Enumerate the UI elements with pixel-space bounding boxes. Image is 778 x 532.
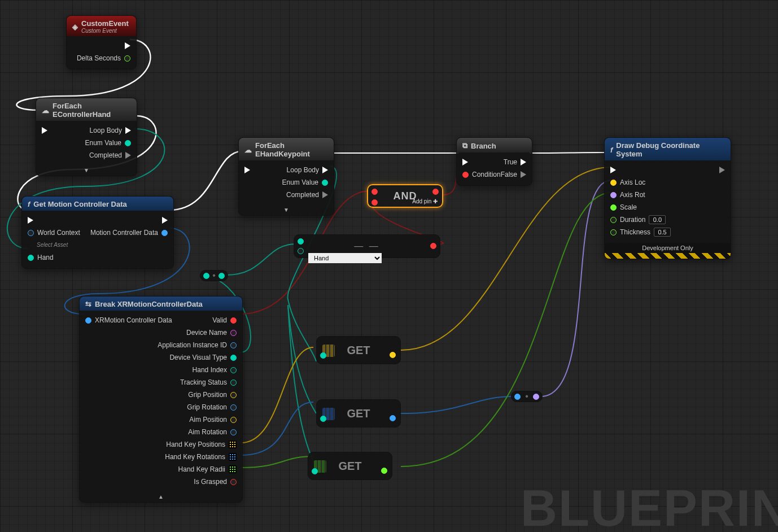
- pin-and-in-a[interactable]: [371, 189, 378, 195]
- node-custom-event[interactable]: ◈ CustomEvent Custom Event Delta Seconds: [66, 15, 137, 69]
- pin-hand[interactable]: [28, 255, 34, 261]
- pin-hand-index[interactable]: [230, 367, 237, 373]
- reroute-out[interactable]: [218, 273, 225, 279]
- node-array-get-radii[interactable]: GET: [308, 452, 392, 480]
- node-branch[interactable]: ⧉ Branch True ConditionFalse: [456, 137, 532, 186]
- exec-in-icon[interactable]: [610, 167, 616, 173]
- exec-out-icon[interactable]: [521, 171, 526, 178]
- pin-is-grasped[interactable]: [230, 479, 237, 485]
- pin-visual-type[interactable]: [230, 355, 237, 361]
- pin-grip-pos[interactable]: [230, 392, 237, 398]
- node-break-xrmotioncontrollerdata[interactable]: ⇆ Break XRMotionControllerData XRMotion …: [79, 296, 243, 503]
- pin-hand-key-rotations[interactable]: [229, 453, 237, 461]
- reroute-out[interactable]: [533, 394, 539, 400]
- function-icon: f: [28, 200, 30, 208]
- exec-out-icon[interactable]: [719, 167, 725, 173]
- node-header: ⧉ Branch: [457, 138, 532, 152]
- pin-device-name[interactable]: [230, 330, 237, 336]
- exec-in-icon[interactable]: [42, 127, 47, 134]
- pin-index-in[interactable]: [320, 352, 326, 359]
- pin-xr-data-in[interactable]: [85, 317, 91, 324]
- pin-label: Axis Rot: [620, 191, 645, 199]
- pin-equal-b[interactable]: [298, 248, 304, 254]
- pin-label: Scale: [620, 203, 637, 211]
- pin-label: Tracking Status: [180, 378, 227, 386]
- node-title: Break XRMotionControllerData: [95, 300, 203, 308]
- macro-icon: ☁: [42, 106, 49, 115]
- reroute-in[interactable]: [203, 273, 209, 279]
- pin-motion-controller-data[interactable]: [161, 230, 168, 236]
- pin-label: Hand Index: [193, 366, 227, 374]
- pin-label: Aim Rotation: [188, 428, 227, 436]
- exec-out-icon[interactable]: [125, 42, 130, 49]
- node-draw-debug-coordinate-system[interactable]: f Draw Debug Coordinate System Axis Loc …: [604, 137, 731, 259]
- pin-get-out[interactable]: [390, 352, 396, 358]
- pin-label: Grip Position: [188, 391, 227, 399]
- chevron-down-icon[interactable]: ▼: [239, 206, 334, 215]
- pin-aim-rot[interactable]: [230, 429, 237, 435]
- pin-label: Enum Value: [85, 139, 121, 147]
- pin-index-in[interactable]: [320, 416, 326, 422]
- exec-out-icon[interactable]: [322, 167, 328, 173]
- pin-scale[interactable]: [610, 204, 617, 211]
- enum-select-hand[interactable]: Hand: [308, 253, 382, 263]
- node-get-motion-controller-data[interactable]: f Get Motion Controller Data World Conte…: [21, 196, 174, 269]
- pin-get-out[interactable]: [381, 468, 387, 474]
- pin-equal-out[interactable]: [430, 243, 436, 249]
- reroute-node-rot[interactable]: •: [511, 391, 543, 402]
- pin-enum-value[interactable]: [322, 180, 328, 186]
- exec-out-icon[interactable]: [125, 152, 131, 159]
- exec-out-icon[interactable]: [521, 159, 526, 165]
- node-foreach-handkeypoint[interactable]: ☁ ForEach EHandKeypoint Loop Body Enum V…: [238, 137, 334, 216]
- function-icon: f: [610, 146, 613, 154]
- pin-aim-pos[interactable]: [230, 417, 237, 423]
- pin-and-out[interactable]: [432, 189, 439, 195]
- pin-axis-loc[interactable]: [610, 180, 617, 186]
- thickness-input[interactable]: [654, 228, 671, 237]
- equals-icon: — —: [354, 241, 379, 251]
- node-foreach-controllerhand[interactable]: ☁ ForEach EControllerHand Loop Body Enum…: [36, 98, 137, 176]
- pin-condition[interactable]: [462, 172, 469, 178]
- duration-input[interactable]: [649, 215, 666, 224]
- pin-and-in-b[interactable]: [371, 199, 378, 206]
- pin-label: World Context: [37, 229, 80, 237]
- pin-delta-seconds[interactable]: [124, 55, 130, 62]
- pin-hand-key-radii[interactable]: [229, 465, 237, 473]
- exec-in-icon[interactable]: [462, 159, 468, 165]
- asset-hint[interactable]: Select Asset: [37, 242, 68, 248]
- exec-out-icon[interactable]: [322, 191, 328, 198]
- pin-label: Hand Key Rotations: [165, 453, 225, 461]
- reroute-node-teal[interactable]: •: [200, 270, 228, 281]
- pin-hand-key-positions[interactable]: [229, 441, 237, 448]
- pin-valid[interactable]: [230, 317, 237, 324]
- pin-label: Loop Body: [90, 127, 122, 134]
- pin-tracking-status[interactable]: [230, 380, 237, 386]
- chevron-up-icon[interactable]: ▲: [80, 492, 242, 502]
- pin-label: True: [504, 158, 517, 166]
- pin-label: Axis Loc: [620, 178, 645, 186]
- exec-out-icon[interactable]: [125, 127, 131, 134]
- chevron-down-icon[interactable]: ▼: [36, 166, 137, 176]
- pin-duration[interactable]: [610, 217, 617, 223]
- pin-label: Condition: [472, 171, 501, 178]
- node-array-get-rotations[interactable]: GET: [316, 399, 401, 428]
- pin-get-out[interactable]: [390, 415, 396, 421]
- node-title: GET: [347, 344, 370, 357]
- node-array-get-positions[interactable]: GET: [316, 336, 401, 364]
- pin-index-in[interactable]: [312, 468, 318, 474]
- pin-enum-value[interactable]: [125, 140, 131, 146]
- node-and[interactable]: AND Add pin ✚: [367, 184, 443, 208]
- pin-grip-rot[interactable]: [230, 404, 237, 411]
- exec-out-icon[interactable]: [162, 217, 168, 224]
- pin-thickness[interactable]: [610, 229, 617, 236]
- exec-in-icon[interactable]: [28, 217, 33, 224]
- pin-world-context[interactable]: [28, 230, 34, 236]
- reroute-in[interactable]: [514, 394, 521, 400]
- hazard-stripe-icon: [605, 253, 731, 259]
- add-pin-button[interactable]: Add pin ✚: [412, 198, 438, 204]
- pin-app-id[interactable]: [230, 342, 237, 348]
- node-title: Get Motion Controller Data: [33, 200, 126, 208]
- pin-axis-rot[interactable]: [610, 192, 617, 198]
- exec-in-icon[interactable]: [244, 167, 250, 173]
- pin-equal-a[interactable]: [298, 238, 304, 245]
